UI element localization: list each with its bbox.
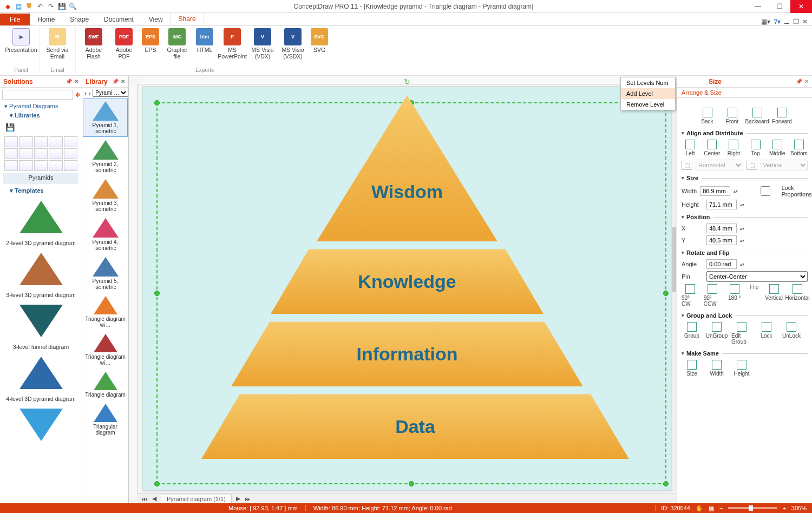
minimize-button[interactable]: — (747, 0, 769, 13)
tree-pyramid-diagrams[interactable]: ▾ Pyramid Diagrams (0, 102, 82, 111)
export-flash-button[interactable]: SWFAdobe Flash (79, 27, 108, 61)
tab-shape[interactable]: Shape (62, 14, 96, 25)
align-top[interactable]: Top (747, 140, 764, 156)
solutions-search-input[interactable] (2, 90, 73, 100)
page-tab[interactable]: Pyramid diagram (1/1) (161, 495, 232, 503)
tree-libraries[interactable]: ▾ Libraries (0, 111, 82, 120)
mdi-close-icon[interactable]: ✕ (802, 18, 808, 25)
hand-tool-icon[interactable]: ✋ (696, 505, 703, 512)
template-3[interactable] (5, 301, 76, 340)
maximize-button[interactable]: ❐ (769, 0, 790, 13)
sect-align[interactable]: Align and Distribute (682, 127, 808, 139)
save-lib-icon[interactable]: 💾 (5, 123, 15, 131)
help-icon[interactable]: ?▾ (774, 18, 781, 25)
zoom-in-icon[interactable]: + (782, 505, 785, 511)
export-eps-button[interactable]: EPSEPS (140, 27, 161, 54)
tab-view[interactable]: View (141, 14, 171, 25)
sect-group[interactable]: Group and Lock (682, 309, 808, 321)
search-icon[interactable]: 🔍 (68, 2, 77, 11)
rotate-handle-icon[interactable]: ↻ (404, 77, 410, 86)
tab-share[interactable]: Share (171, 12, 204, 25)
last-page-icon[interactable]: ⏭ (245, 496, 251, 502)
zoom-out-icon[interactable]: − (719, 505, 723, 511)
pin-select[interactable]: Center-Center (706, 271, 808, 282)
export-svg-button[interactable]: SVGSVG (309, 27, 330, 54)
edit-group-button[interactable]: Edit Group (731, 322, 752, 345)
first-page-icon[interactable]: ⏮ (142, 496, 148, 502)
ctx-set-levels[interactable]: Set Levels Num (621, 77, 675, 88)
flip-horizontal[interactable]: Horizontal (787, 284, 808, 307)
library-item[interactable]: Triangle diagram (83, 369, 128, 400)
order-front[interactable]: Front (722, 108, 743, 124)
library-item[interactable]: Triangle diagram wi… (83, 331, 128, 369)
options-icon[interactable]: ▦▾ (761, 18, 770, 25)
distribute-vertical[interactable]: Vertical (761, 160, 808, 170)
presentation-button[interactable]: ▶ Presentation (6, 27, 36, 54)
tab-home[interactable]: Home (30, 14, 62, 25)
library-pyramids[interactable]: Pyramids (3, 173, 78, 184)
pin-icon[interactable]: 📌 (66, 78, 72, 84)
library-item[interactable]: Pyramid 5, isometric (83, 254, 128, 293)
ctx-remove-level[interactable]: Remove Level (621, 99, 675, 110)
dist-v-icon[interactable]: ⬚ (746, 161, 757, 170)
library-thumbnails[interactable] (0, 134, 82, 173)
export-vdx-button[interactable]: VMS Visio (VDX) (248, 27, 277, 61)
export-html-button[interactable]: htmHTML (193, 27, 217, 54)
order-back[interactable]: Back (697, 108, 718, 124)
sect-size[interactable]: Size (682, 172, 808, 183)
sect-make-same[interactable]: Make Same (682, 347, 808, 359)
group-button[interactable]: Group (682, 322, 702, 345)
flip-vertical[interactable]: Vertical (765, 284, 783, 307)
scrollbar-vertical[interactable] (671, 87, 677, 490)
pin-icon[interactable]: 📌 (796, 78, 802, 84)
lock-proportions-checkbox[interactable] (753, 186, 777, 196)
close-panel-icon[interactable]: ✕ (121, 78, 125, 84)
template-1[interactable] (5, 198, 76, 236)
template-2[interactable] (5, 249, 76, 288)
save-icon[interactable]: 💾 (57, 2, 66, 11)
sect-position[interactable]: Position (682, 211, 808, 222)
ungroup-button[interactable]: UnGroup (706, 322, 727, 345)
library-item[interactable]: Pyramid 2, isometric (83, 137, 128, 176)
export-ppt-button[interactable]: PMS PowerPoint (218, 27, 247, 61)
close-button[interactable]: ✕ (790, 0, 812, 13)
next-page-icon[interactable]: ▶ (236, 495, 240, 502)
template-4[interactable] (5, 353, 76, 392)
rotate-180[interactable]: 180 ° (725, 284, 743, 307)
align-bottom[interactable]: Bottom (790, 140, 808, 156)
open-icon[interactable]: ⛊ (25, 2, 34, 11)
tree-templates[interactable]: ▾ Templates (0, 186, 82, 195)
align-right[interactable]: Right (725, 140, 742, 156)
order-backward[interactable]: Backward (747, 108, 768, 124)
make-same-height[interactable]: Height (731, 360, 752, 377)
template-5[interactable] (5, 405, 76, 444)
export-pdf-button[interactable]: PDFAdobe PDF (109, 27, 139, 61)
tab-file[interactable]: File (0, 14, 30, 25)
pos-y-input[interactable] (706, 235, 737, 245)
unlock-button[interactable]: UnLock (781, 322, 802, 345)
library-item[interactable]: Pyramid 4, isometric (83, 215, 128, 254)
canvas-area[interactable]: ↻ Wisdom Knowledge Information Data ⏮ ◀ … (129, 76, 677, 503)
library-item[interactable]: Triangular diagram (83, 401, 128, 438)
make-same-size[interactable]: Size (682, 360, 702, 377)
align-center[interactable]: Center (703, 140, 721, 156)
send-email-button[interactable]: ✉ Send via Email (43, 27, 72, 61)
arrange-subtab[interactable]: Arrange & Size (677, 88, 812, 98)
nav-back-icon[interactable]: ‹ (84, 90, 87, 96)
prev-page-icon[interactable]: ◀ (152, 495, 156, 502)
undo-icon[interactable]: ↶ (36, 2, 44, 11)
new-icon[interactable]: ▤ (14, 2, 23, 11)
nav-fwd-icon[interactable]: › (89, 90, 91, 96)
close-panel-icon[interactable]: ✕ (804, 78, 809, 84)
library-item[interactable]: Triangle diagram wi… (83, 293, 128, 331)
tab-document[interactable]: Document (96, 14, 141, 25)
make-same-width[interactable]: Width (706, 360, 727, 377)
angle-input[interactable] (706, 259, 737, 269)
library-item[interactable]: Pyramid 1, isometric (83, 98, 128, 137)
mdi-min-icon[interactable]: ⚊ (784, 18, 790, 25)
size-width-input[interactable] (700, 186, 730, 196)
zoom-slider[interactable] (728, 507, 777, 509)
search-go-icon[interactable]: ✻ (75, 91, 80, 98)
close-panel-icon[interactable]: ✕ (74, 78, 78, 84)
page[interactable]: ↻ Wisdom Knowledge Information Data (142, 87, 672, 490)
